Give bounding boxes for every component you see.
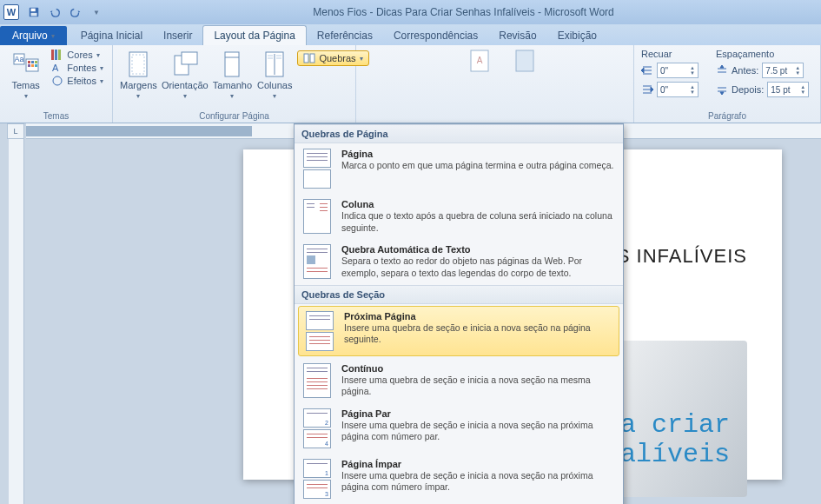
indent-label: Recuar — [641, 49, 699, 59]
tab-home[interactable]: Página Inicial — [70, 26, 153, 45]
indent-left-icon — [641, 65, 653, 76]
word-app-icon: W — [3, 4, 19, 20]
menu-item-column-break[interactable]: ColunaIndica que o texto após a quebra d… — [295, 194, 623, 239]
size-icon — [218, 50, 246, 78]
next-page-section-icon — [306, 311, 335, 351]
svg-rect-8 — [35, 61, 37, 63]
text-wrap-break-icon — [303, 244, 333, 279]
svg-rect-13 — [55, 50, 57, 60]
svg-rect-2 — [31, 13, 37, 17]
spacing-after-icon — [716, 84, 728, 95]
size-button[interactable]: Tamanho▾ — [213, 49, 252, 100]
effects-icon — [51, 76, 63, 86]
svg-rect-20 — [182, 52, 197, 64]
svg-text:A: A — [477, 56, 483, 65]
ribbon: Aa Temas▾ Cores▾ AFontes▾ Efeitos▾ Temas… — [0, 45, 821, 123]
svg-rect-33 — [516, 50, 533, 71]
theme-effects-button[interactable]: Efeitos▾ — [50, 75, 105, 87]
menu-section-section-breaks: Quebras de Seção — [295, 285, 623, 304]
breaks-icon — [303, 53, 315, 63]
window-title: Menos Fios - Dicas Para Criar Senhas Inf… — [106, 6, 821, 18]
svg-rect-29 — [304, 54, 308, 63]
even-page-section-icon: 2 4 — [303, 408, 333, 448]
columns-button[interactable]: Colunas▾ — [257, 49, 292, 100]
colors-icon — [51, 50, 63, 60]
themes-icon: Aa — [12, 50, 40, 78]
margins-button[interactable]: Margens▾ — [120, 49, 157, 100]
page-break-icon — [303, 149, 333, 189]
group-label-themes: Temas — [7, 109, 105, 121]
svg-text:A: A — [52, 63, 59, 73]
indent-right-input[interactable]: 0"▲▼ — [641, 82, 699, 97]
svg-rect-9 — [28, 64, 30, 67]
svg-rect-21 — [225, 52, 239, 76]
svg-rect-1 — [31, 9, 36, 12]
spacing-before-icon — [716, 65, 728, 76]
margins-icon — [124, 50, 152, 78]
spacing-before-input[interactable]: Antes:7.5 pt▲▼ — [716, 63, 809, 78]
odd-page-section-icon: 1 3 — [303, 459, 333, 499]
document-area: L HAS INFALÍVEIS s para criar senhas inf… — [0, 123, 821, 504]
spacing-label: Espaçamento — [716, 49, 809, 59]
fonts-icon: A — [51, 63, 63, 73]
save-button[interactable] — [24, 3, 43, 22]
group-page-setup: Margens▾ Orientação▾ Tamanho▾ Colunas▾ Q… — [113, 45, 356, 123]
group-paragraph: Recuar 0"▲▼ 0"▲▼ Espaçamento Antes:7.5 p… — [634, 45, 821, 123]
themes-button[interactable]: Aa Temas▾ — [7, 49, 44, 100]
theme-colors-button[interactable]: Cores▾ — [50, 49, 105, 61]
quick-access-toolbar: ▼ — [24, 3, 106, 22]
vertical-ruler[interactable] — [9, 139, 24, 504]
orientation-icon — [171, 50, 199, 78]
chevron-down-icon: ▾ — [51, 32, 55, 40]
group-label-page-setup: Configurar Página — [120, 109, 348, 121]
indent-left-input[interactable]: 0"▲▼ — [641, 63, 699, 78]
column-break-icon — [303, 199, 333, 234]
group-hidden-middle: A — [356, 45, 634, 123]
menu-item-text-wrapping-break[interactable]: Quebra Automática de TextoSepara o texto… — [295, 239, 623, 284]
svg-rect-14 — [58, 50, 61, 60]
menu-item-continuous-section[interactable]: ContínuoInsere uma quebra de seção e ini… — [295, 358, 623, 403]
breaks-dropdown-menu: Quebras de Página PáginaMarca o ponto em… — [294, 123, 624, 504]
menu-section-page-breaks: Quebras de Página — [295, 124, 623, 143]
menu-item-next-page-section[interactable]: Próxima PáginaInsere uma quebra de seção… — [298, 306, 619, 356]
columns-icon — [261, 50, 288, 78]
redo-button[interactable] — [66, 3, 85, 22]
tab-references[interactable]: Referências — [307, 26, 383, 45]
ribbon-tabs: Arquivo▾ Página Inicial Inserir Layout d… — [0, 24, 821, 45]
svg-rect-30 — [310, 54, 314, 63]
group-label-paragraph: Parágrafo — [641, 109, 813, 121]
undo-button[interactable] — [45, 3, 64, 22]
menu-item-odd-page-section[interactable]: 1 3 Página ÍmparInsere uma quebra de seç… — [295, 454, 623, 504]
tab-selector[interactable]: L — [7, 123, 24, 139]
theme-fonts-button[interactable]: AFontes▾ — [50, 62, 105, 74]
title-bar: W ▼ Menos Fios - Dicas Para Criar Senhas… — [0, 0, 821, 24]
watermark-icon[interactable]: A — [467, 49, 492, 73]
menu-item-even-page-section[interactable]: 2 4 Página ParInsere uma quebra de seção… — [295, 403, 623, 454]
svg-rect-10 — [31, 64, 34, 67]
tab-page-layout[interactable]: Layout da Página — [202, 25, 306, 45]
svg-point-16 — [53, 76, 62, 85]
spacing-after-input[interactable]: Depois:15 pt▲▼ — [716, 82, 809, 97]
tab-view[interactable]: Exibição — [547, 26, 607, 45]
tab-file[interactable]: Arquivo▾ — [0, 26, 67, 45]
svg-rect-7 — [31, 61, 34, 63]
svg-rect-6 — [28, 61, 30, 63]
indent-right-icon — [641, 84, 653, 95]
tab-insert[interactable]: Inserir — [153, 26, 202, 45]
group-themes: Aa Temas▾ Cores▾ AFontes▾ Efeitos▾ Temas — [0, 45, 113, 123]
continuous-section-icon — [303, 363, 333, 398]
tab-mailings[interactable]: Correspondências — [383, 26, 488, 45]
page-color-icon[interactable] — [513, 49, 537, 73]
tab-review[interactable]: Revisão — [488, 26, 546, 45]
svg-rect-12 — [51, 50, 54, 60]
svg-rect-11 — [35, 64, 37, 67]
menu-item-page-break[interactable]: PáginaMarca o ponto em que uma página te… — [295, 143, 623, 194]
qat-customize-button[interactable]: ▼ — [87, 3, 106, 22]
svg-text:Aa: Aa — [14, 55, 23, 63]
orientation-button[interactable]: Orientação▾ — [162, 49, 208, 100]
